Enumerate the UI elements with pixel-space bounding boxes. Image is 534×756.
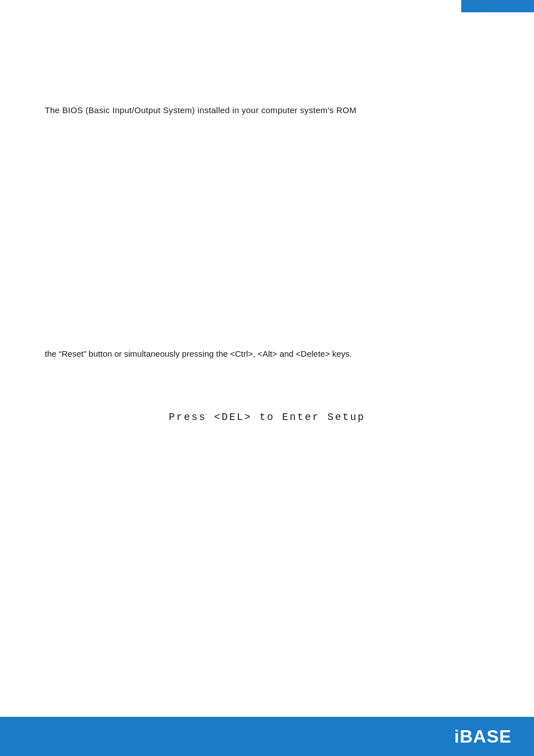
- bios-intro-paragraph: The BIOS (Basic Input/Output System) ins…: [45, 104, 489, 117]
- reset-instruction-text: the “Reset” button or simultaneously pre…: [45, 347, 489, 361]
- press-del-instruction: Press <DEL> to Enter Setup: [0, 412, 534, 423]
- top-accent-bar: [461, 0, 534, 12]
- bottom-accent-bar: iBASE: [0, 717, 534, 756]
- ibase-logo: iBASE: [454, 726, 512, 747]
